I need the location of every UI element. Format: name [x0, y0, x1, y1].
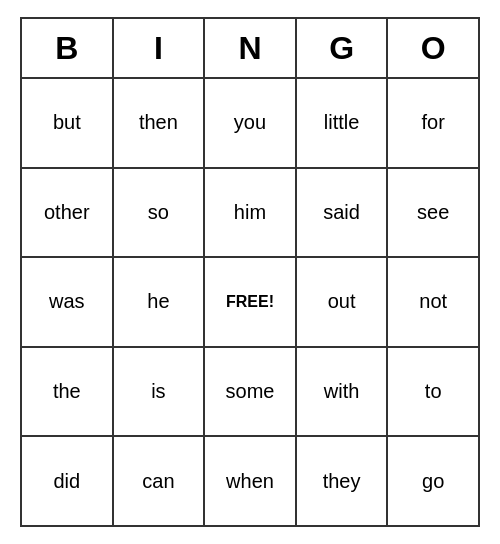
bingo-row-0: butthenyoulittlefor — [22, 79, 478, 169]
cell-4-3: they — [297, 437, 389, 525]
bingo-body: butthenyoulittleforothersohimsaidseewash… — [22, 79, 478, 525]
bingo-row-3: theissomewithto — [22, 348, 478, 438]
header-cell-i: I — [114, 19, 206, 77]
cell-0-1: then — [114, 79, 206, 167]
cell-2-2: FREE! — [205, 258, 297, 346]
bingo-row-1: othersohimsaidsee — [22, 169, 478, 259]
bingo-header: BINGO — [22, 19, 478, 79]
header-cell-n: N — [205, 19, 297, 77]
cell-0-0: but — [22, 79, 114, 167]
cell-3-4: to — [388, 348, 478, 436]
cell-4-0: did — [22, 437, 114, 525]
cell-3-0: the — [22, 348, 114, 436]
cell-4-2: when — [205, 437, 297, 525]
cell-3-1: is — [114, 348, 206, 436]
cell-1-1: so — [114, 169, 206, 257]
cell-3-3: with — [297, 348, 389, 436]
bingo-card: BINGO butthenyoulittleforothersohimsaids… — [20, 17, 480, 527]
header-cell-g: G — [297, 19, 389, 77]
cell-1-3: said — [297, 169, 389, 257]
bingo-row-2: washeFREE!outnot — [22, 258, 478, 348]
bingo-row-4: didcanwhentheygo — [22, 437, 478, 525]
cell-0-4: for — [388, 79, 478, 167]
cell-2-4: not — [388, 258, 478, 346]
cell-2-0: was — [22, 258, 114, 346]
cell-3-2: some — [205, 348, 297, 436]
cell-2-3: out — [297, 258, 389, 346]
cell-2-1: he — [114, 258, 206, 346]
cell-1-2: him — [205, 169, 297, 257]
cell-1-0: other — [22, 169, 114, 257]
cell-1-4: see — [388, 169, 478, 257]
cell-0-3: little — [297, 79, 389, 167]
header-cell-b: B — [22, 19, 114, 77]
cell-0-2: you — [205, 79, 297, 167]
header-cell-o: O — [388, 19, 478, 77]
cell-4-4: go — [388, 437, 478, 525]
cell-4-1: can — [114, 437, 206, 525]
